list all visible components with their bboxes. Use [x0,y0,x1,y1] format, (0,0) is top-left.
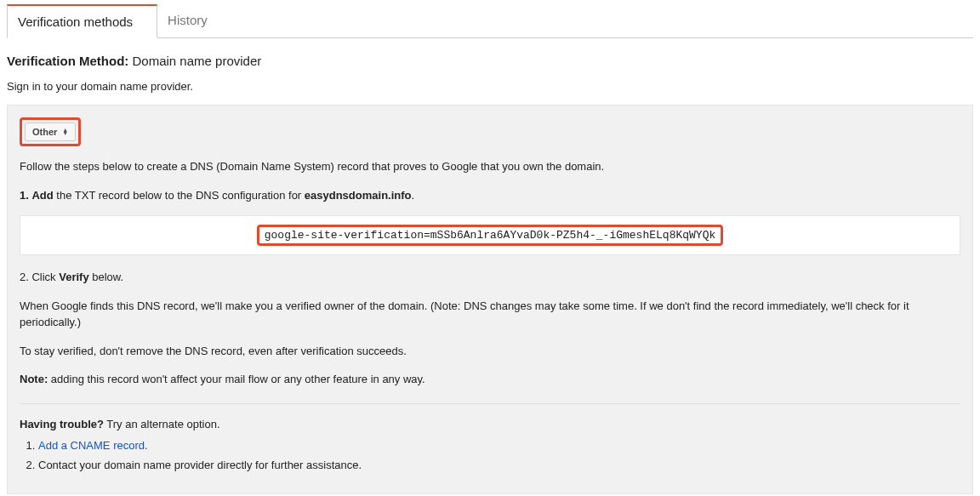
list-item: Contact your domain name provider direct… [38,459,960,471]
step-2-post: below. [89,271,123,283]
provider-dropdown[interactable]: Other ▲▼ [25,123,76,141]
contact-provider-text: Contact your domain name provider direct… [38,459,362,471]
step-1-end: . [412,189,415,202]
having-trouble-label: Having trouble? [20,418,104,430]
add-cname-link[interactable]: Add a CNAME record. [38,439,148,452]
step-1-domain: easydnsdomain.info [305,189,412,202]
verification-method-value: Domain name provider [133,54,262,68]
intro-text: Follow the steps below to create a DNS (… [20,158,960,175]
step-2-bold: Verify [59,271,88,283]
note-label: Note: [20,373,48,385]
verification-method-label: Verification Method: [7,54,128,68]
tab-bar: Verification methods History [7,3,973,38]
note-body: adding this record won't affect your mai… [48,373,425,385]
explain-text: When Google finds this DNS record, we'll… [20,298,960,331]
note-text: Note: adding this record won't affect yo… [20,371,960,388]
updown-icon: ▲▼ [62,128,68,135]
step-2-pre: 2. Click [20,271,59,283]
txt-record-value[interactable]: google-site-verification=mSSb6Anlra6AYva… [257,225,724,246]
step-2: 2. Click Verify below. [20,269,960,286]
step-1-mid: the TXT record below to the DNS configur… [54,189,305,202]
stay-verified-text: To stay verified, don't remove the DNS r… [20,343,960,360]
having-trouble: Having trouble? Try an alternate option. [20,416,960,433]
verification-method-heading: Verification Method: Domain name provide… [7,54,973,68]
divider [20,403,960,404]
step-1-action: Add [31,189,53,202]
step-1: 1. Add the TXT record below to the DNS c… [20,187,960,204]
list-item: Add a CNAME record. [38,439,960,452]
tab-history[interactable]: History [157,4,231,38]
step-1-number: 1. [20,189,29,202]
txt-record-box: google-site-verification=mSSb6Anlra6AYva… [20,215,960,255]
provider-dropdown-label: Other [32,127,57,137]
signin-instruction: Sign in to your domain name provider. [7,80,973,93]
provider-dropdown-highlight: Other ▲▼ [20,117,81,146]
having-trouble-text: Try an alternate option. [104,418,220,430]
instructions-panel: Other ▲▼ Follow the steps below to creat… [7,105,973,494]
tab-verification-methods[interactable]: Verification methods [7,4,157,38]
alternate-options-list: Add a CNAME record. Contact your domain … [20,439,960,471]
